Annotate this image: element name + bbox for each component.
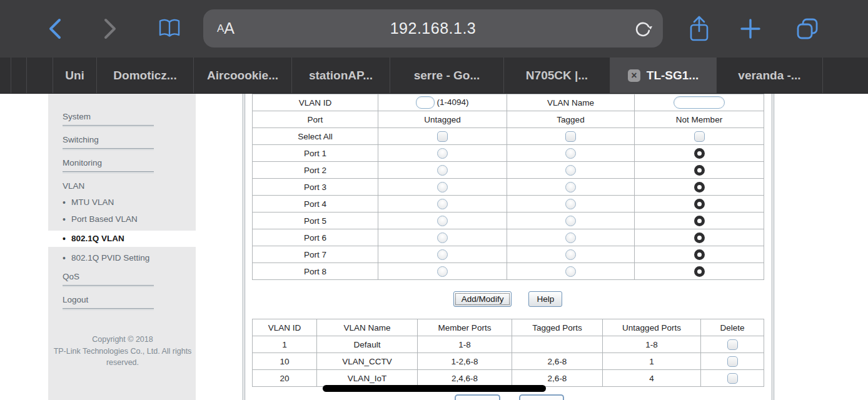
sidebar-item-system[interactable]: System [63, 112, 196, 127]
browser-tab-partial-2[interactable] [11, 58, 27, 93]
sidebar-item-monitoring[interactable]: Monitoring [63, 158, 196, 173]
vlan-tagged-cell [512, 336, 603, 353]
copyright-text: Copyright © 2018 TP-Link Technologies Co… [49, 334, 196, 369]
sidebar-item-label: Monitoring [63, 158, 196, 168]
port-label-cell: Port 4 [253, 196, 378, 212]
vlan-member-cell: 1-8 [418, 336, 512, 353]
not-member-radio[interactable] [694, 249, 705, 260]
tagged-radio[interactable] [565, 165, 576, 176]
tab-aircoookie[interactable]: Aircoookie... [194, 58, 292, 93]
delete-checkbox[interactable] [727, 339, 738, 350]
untagged-radio[interactable] [437, 182, 448, 192]
sidebar-item-switching[interactable]: Switching [63, 135, 196, 150]
not-member-radio[interactable] [694, 266, 705, 277]
port-row: Port 4 [253, 196, 764, 212]
reading-list-button[interactable] [158, 18, 181, 39]
port-row: Port 7 [253, 246, 764, 263]
tagged-radio[interactable] [565, 182, 576, 192]
tabs-icon [795, 17, 819, 41]
page-content: SystemSwitchingMonitoringVLAN•MTU VLAN•P… [0, 94, 868, 400]
vlan-id-hint: (1-4094) [437, 98, 468, 107]
tagged-radio[interactable] [565, 216, 576, 226]
tab-tl-sg1[interactable]: ×TL-SG1... [610, 58, 717, 93]
col-member-ports: Member Ports [418, 319, 512, 336]
untagged-radio[interactable] [437, 199, 448, 209]
not-member-radio[interactable] [694, 199, 705, 209]
back-button[interactable] [48, 18, 63, 40]
sidebar-item-logout[interactable]: Logout [63, 295, 196, 310]
screenshot-root: AA 192.168.1.3 [0, 0, 868, 400]
tagged-radio[interactable] [565, 249, 576, 260]
tab-label: stationAP... [309, 69, 373, 82]
tab-label: serre - Go... [414, 69, 480, 82]
port-label-cell: Port 5 [253, 212, 378, 229]
sidebar-item-vlan[interactable]: VLAN [63, 181, 196, 191]
sidebar-item-802-1q-vlan[interactable]: •802.1Q VLAN [48, 231, 196, 247]
back-chevron-icon [48, 18, 63, 40]
not-member-radio[interactable] [694, 182, 705, 192]
tab-close-icon[interactable]: × [628, 69, 640, 82]
tab-stationap[interactable]: stationAP... [292, 58, 390, 93]
untagged-radio[interactable] [437, 266, 448, 277]
sidebar-item-port-based-vlan[interactable]: •Port Based VLAN [63, 214, 196, 225]
select-all-untagged-checkbox[interactable] [437, 131, 448, 142]
delete-checkbox[interactable] [727, 356, 738, 367]
tab-serre-go[interactable]: serre - Go... [390, 58, 504, 93]
cutoff-button-left[interactable] [455, 394, 500, 400]
vlan-row: 10VLAN_CCTV1-2,6-82,6-81 [253, 353, 764, 370]
sidebar-item-mtu-vlan[interactable]: •MTU VLAN [63, 197, 196, 208]
delete-checkbox[interactable] [727, 373, 738, 384]
browser-toolbar: AA 192.168.1.3 [0, 0, 868, 58]
vlan-untagged-cell: 1-8 [603, 336, 701, 353]
tagged-radio[interactable] [565, 199, 576, 209]
browser-tab-partial-1[interactable] [0, 58, 11, 93]
untagged-radio[interactable] [437, 249, 448, 260]
tab-veranda[interactable]: veranda -... [717, 58, 823, 93]
untagged-radio[interactable] [437, 165, 448, 176]
not-member-radio[interactable] [694, 216, 705, 226]
bullet-icon: • [63, 252, 66, 264]
forward-button[interactable] [103, 18, 118, 40]
port-row: Port 5 [253, 212, 764, 229]
untagged-radio[interactable] [437, 216, 448, 226]
sidebar: SystemSwitchingMonitoringVLAN•MTU VLAN•P… [48, 94, 196, 400]
not-member-radio[interactable] [694, 165, 705, 176]
col-port: Port [253, 111, 378, 128]
reader-text-size-button[interactable]: AA [217, 9, 235, 48]
add-modify-button[interactable]: Add/Modify [453, 291, 512, 307]
tab-overview-button[interactable] [795, 17, 819, 41]
sidebar-item-802-1q-pvid-setting[interactable]: •802.1Q PVID Setting [63, 252, 196, 264]
tab-bar: UniDomoticz...Aircoookie...stationAP...s… [0, 58, 868, 94]
reload-button[interactable] [633, 19, 653, 41]
vlan-id-cell: 20 [253, 370, 317, 387]
untagged-radio[interactable] [437, 232, 448, 243]
share-button[interactable] [688, 15, 710, 43]
browser-tab-partial-3[interactable] [27, 58, 53, 93]
sidebar-item-label: System [63, 112, 196, 122]
port-label-cell: Port 3 [253, 179, 378, 196]
select-all-tagged-checkbox[interactable] [565, 131, 576, 142]
untagged-radio[interactable] [437, 148, 448, 159]
vlan-id-input[interactable] [416, 96, 435, 109]
tab-domoticz[interactable]: Domoticz... [97, 58, 194, 93]
vlan-member-cell: 1-2,6-8 [418, 353, 512, 370]
not-member-radio[interactable] [694, 232, 705, 243]
tagged-radio[interactable] [565, 232, 576, 243]
address-bar[interactable]: AA 192.168.1.3 [203, 9, 663, 48]
tab-n705ck[interactable]: N705CK |... [504, 58, 610, 93]
new-tab-button[interactable] [739, 18, 762, 40]
help-button[interactable]: Help [528, 291, 562, 307]
port-label-cell: Port 7 [253, 246, 378, 263]
tagged-radio[interactable] [565, 266, 576, 277]
port-row: Port 8 [253, 263, 764, 280]
port-row: Port 6 [253, 229, 764, 246]
cutoff-button-right[interactable] [519, 394, 564, 400]
tab-uni[interactable]: Uni [53, 58, 97, 93]
vlan-name-input[interactable] [674, 96, 725, 109]
not-member-radio[interactable] [694, 148, 705, 159]
vlan-row: 20VLAN_IoT2,4,6-82,6-84 [253, 370, 764, 387]
membership-header-row: Port Untagged Tagged Not Member [253, 111, 764, 128]
tagged-radio[interactable] [565, 148, 576, 159]
select-all-not-member-checkbox[interactable] [694, 131, 705, 142]
sidebar-item-qos[interactable]: QoS [63, 272, 196, 287]
